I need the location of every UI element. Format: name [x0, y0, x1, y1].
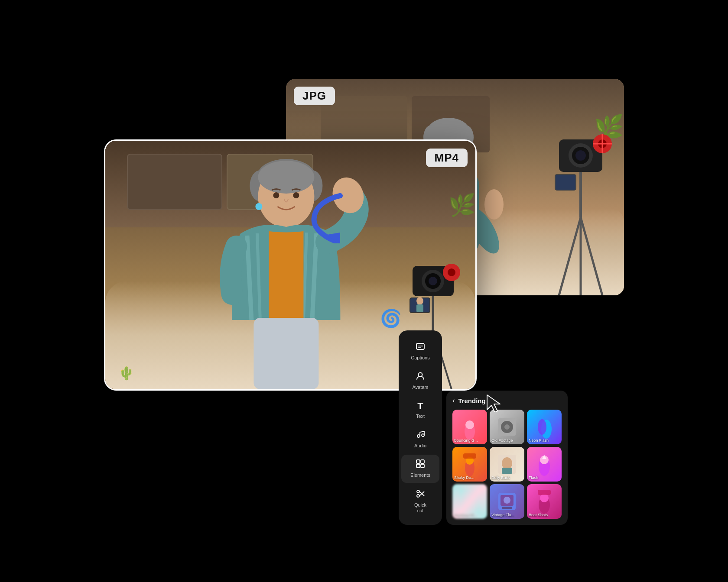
svg-rect-95: [502, 507, 512, 509]
svg-point-20: [575, 150, 586, 161]
svg-point-76: [465, 420, 474, 429]
svg-rect-54: [416, 304, 423, 312]
avatars-label: Avatars: [412, 385, 428, 390]
svg-rect-22: [556, 175, 575, 190]
svg-marker-99: [487, 395, 500, 412]
effects-grid: Bouncing G... Old Footage: [452, 410, 562, 519]
svg-point-79: [504, 424, 510, 430]
old-footage-label: Old Footage: [491, 438, 523, 443]
vintage-label: Vintage Fla...: [491, 513, 523, 517]
trending-back-button[interactable]: ‹: [452, 397, 455, 404]
effect-neon-flash[interactable]: Neon Flash: [527, 410, 562, 444]
dolly-back-label: Dolly Back: [491, 475, 523, 480]
svg-rect-98: [538, 490, 551, 495]
svg-rect-70: [421, 464, 424, 468]
effect-beat-shots[interactable]: Beat Shots: [527, 484, 562, 519]
svg-rect-46: [254, 318, 318, 389]
text-label: Text: [416, 414, 425, 419]
effect-bouncing-g[interactable]: Bouncing G...: [452, 410, 487, 444]
trending-title: Trending: [458, 397, 485, 404]
svg-point-71: [417, 490, 419, 493]
mp4-badge: MP4: [426, 149, 468, 167]
quickcut-icon: [416, 489, 425, 501]
svg-point-50: [429, 277, 437, 285]
svg-rect-68: [421, 460, 424, 463]
svg-rect-84: [463, 453, 476, 459]
sidebar-item-elements[interactable]: Elements: [401, 455, 439, 482]
jpg-badge: JPG: [294, 87, 335, 105]
audio-icon: [416, 430, 425, 441]
svg-point-36: [258, 161, 314, 194]
avatars-icon: [416, 371, 425, 383]
effect-shaky-do[interactable]: Shaky Do...: [452, 447, 487, 482]
svg-point-39: [255, 203, 262, 210]
audio-label: Audio: [414, 443, 426, 449]
svg-point-13: [484, 189, 504, 220]
svg-line-28: [559, 217, 581, 295]
sidebar-item-avatars[interactable]: Avatars: [401, 367, 439, 394]
effect-dolly-back[interactable]: Dolly Back: [490, 447, 524, 482]
beat-shots-label: Beat Shots: [529, 513, 560, 517]
svg-rect-67: [416, 460, 420, 463]
svg-rect-69: [416, 464, 420, 468]
captions-label: Captions: [411, 355, 429, 361]
scene-wrapper: JPG: [104, 53, 624, 529]
rainbow-label: Rainbow Fl...: [454, 513, 485, 517]
svg-point-72: [417, 495, 419, 497]
fan-mp4: 🌀: [380, 308, 402, 329]
cursor-pointer: [485, 393, 501, 412]
svg-rect-87: [502, 468, 512, 474]
sidebar-item-captions[interactable]: Captions: [401, 337, 439, 365]
shaky-label: Shaky Do...: [454, 475, 485, 480]
plant-mp4: 🌿: [448, 193, 475, 218]
captions-icon: [416, 342, 425, 353]
effect-vintage-fla[interactable]: Vintage Fla...: [490, 484, 524, 519]
plant2-mp4: 🌵: [118, 365, 134, 381]
effect-rainbow-fl[interactable]: Rainbow Fl...: [452, 484, 487, 519]
sidebar-item-audio[interactable]: Audio: [401, 425, 439, 453]
svg-point-94: [504, 497, 510, 504]
svg-point-56: [448, 268, 455, 276]
svg-point-65: [417, 435, 420, 437]
sidebar-panel: Captions Avatars T Text: [399, 330, 442, 525]
elements-icon: [416, 459, 425, 471]
sidebar-item-text[interactable]: T Text: [401, 396, 439, 424]
svg-rect-61: [416, 343, 424, 349]
trending-panel: ‹ Trending Bouncing G...: [446, 391, 568, 525]
quickcut-label: Quickcut: [414, 502, 426, 514]
svg-point-38: [293, 192, 299, 198]
person-mp4: [182, 147, 390, 389]
text-icon: T: [417, 401, 423, 412]
camera-jpg: [546, 131, 615, 295]
sidebar-item-quickcut[interactable]: Quickcut: [401, 485, 439, 518]
svg-point-81: [538, 419, 546, 435]
effect-old-footage[interactable]: Old Footage: [490, 410, 524, 444]
trending-header: ‹ Trending: [452, 397, 562, 404]
svg-point-86: [502, 457, 512, 469]
svg-point-37: [273, 192, 279, 198]
effect-flash[interactable]: Flash: [527, 447, 562, 482]
bouncing-label: Bouncing G...: [454, 438, 485, 443]
elements-label: Elements: [410, 472, 430, 478]
svg-rect-91: [459, 488, 481, 514]
svg-line-30: [581, 217, 602, 295]
svg-point-53: [416, 297, 423, 305]
neon-flash-label: Neon Flash: [529, 438, 560, 443]
conversion-arrow: [308, 191, 351, 243]
flash-label: Flash: [529, 475, 560, 480]
